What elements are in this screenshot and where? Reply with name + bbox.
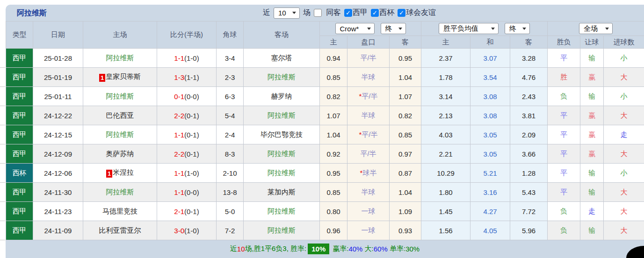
- result-handicap: 输: [580, 221, 604, 240]
- chevron-down-icon: [491, 28, 495, 30]
- result-handicap: 输: [580, 183, 604, 202]
- card-badge: 1: [99, 74, 105, 82]
- col-header-home: 主场: [83, 22, 157, 49]
- score: 3-0(1-0): [157, 221, 217, 240]
- odds-time-select[interactable]: 终: [381, 23, 406, 34]
- match-date: 25-01-11: [33, 87, 83, 106]
- handicap-line: 半球: [347, 106, 390, 125]
- col-header-corner: 角球: [217, 22, 244, 49]
- home-team: 阿拉维斯: [83, 183, 157, 202]
- result-handicap: 输: [580, 49, 604, 68]
- away-team: 阿拉维斯: [244, 106, 320, 125]
- result-handicap: 赢: [580, 144, 604, 164]
- match-date: 24-12-22: [33, 106, 83, 125]
- match-date: 25-01-28: [33, 49, 83, 68]
- copa-checkbox[interactable]: [371, 9, 379, 17]
- match-date: 24-11-09: [33, 221, 83, 240]
- match-date: 24-12-15: [33, 125, 83, 144]
- handicap-rate-value: 40%: [348, 245, 362, 253]
- friendly-checkbox[interactable]: [398, 9, 405, 17]
- summary-count: 10: [237, 245, 245, 253]
- corner-score: 2-4: [217, 125, 244, 144]
- avg-away: 1.28: [510, 164, 548, 183]
- league-badge: 西甲: [6, 87, 33, 106]
- avg-type-select[interactable]: 胜平负均值: [439, 23, 499, 34]
- score: 1-3(1-1): [157, 68, 217, 87]
- title-bar: 阿拉维斯 近 10 场 同客 西甲 西杯 球会友: [6, 5, 644, 21]
- summary-prefix: 近: [230, 244, 237, 253]
- table-row: 西甲24-12-09奥萨苏纳2-2(0-1)8-3阿拉维斯0.92平/半0.97…: [6, 144, 644, 164]
- summary-bar: 近10场,胜1平6负3, 胜率: 10% 赢率:40% 大:60% 单率:30%: [6, 240, 644, 258]
- odds-company-select[interactable]: Crow*: [335, 23, 375, 34]
- same-opponent-checkbox[interactable]: [314, 9, 322, 17]
- away-odds: 1.07: [390, 87, 421, 106]
- result-goals: 小: [604, 87, 644, 106]
- result-goals: 走: [604, 125, 644, 144]
- home-team: 比利亚雷亚尔: [83, 221, 157, 240]
- corner-score: 7-2: [217, 221, 244, 240]
- away-odds: 1.04: [390, 183, 421, 202]
- score: 1-1(0-0): [157, 183, 217, 202]
- away-team: 赫罗纳: [244, 87, 320, 106]
- league-badge: 西甲: [6, 68, 33, 87]
- result-wdl: 平: [548, 144, 580, 164]
- chevron-down-icon: [398, 28, 402, 30]
- avg-time-select[interactable]: 终: [505, 23, 530, 34]
- handicap-line: *平/半: [347, 125, 390, 144]
- corner-score: 3-4: [217, 49, 244, 68]
- result-handicap: 赢: [580, 106, 604, 125]
- win-rate-badge: 10%: [308, 244, 329, 254]
- match-date: 25-01-19: [33, 68, 83, 87]
- score: 2-2(0-1): [157, 144, 217, 164]
- result-goals: 大: [604, 202, 644, 221]
- away-team: 阿拉维斯: [244, 164, 320, 183]
- result-wdl: 负: [548, 202, 580, 221]
- avg-home: 2.37: [421, 49, 470, 68]
- away-team: 阿拉维斯: [244, 202, 320, 221]
- score: 0-1(0-0): [157, 87, 217, 106]
- handicap-line: 半球: [347, 183, 390, 202]
- same-opponent-label: 同客: [326, 8, 341, 18]
- sub-header-avg-away: 客: [510, 36, 548, 49]
- page: 阿拉维斯 近 10 场 同客 西甲 西杯 球会友: [0, 0, 644, 258]
- away-odds: 0.97: [390, 144, 421, 164]
- result-wdl: 平: [548, 106, 580, 125]
- sub-header-handicap: 盘口: [347, 36, 390, 49]
- corner-score: 13-8: [217, 183, 244, 202]
- home-odds: 0.85: [320, 183, 347, 202]
- scope-select[interactable]: 全场: [579, 23, 613, 34]
- league-badge: 西杯: [6, 164, 33, 183]
- result-wdl: 平: [548, 125, 580, 144]
- avg-away: 2.43: [510, 87, 548, 106]
- avg-home: 3.14: [421, 87, 470, 106]
- away-odds: 1.04: [390, 68, 421, 87]
- avg-draw: 3.16: [470, 183, 510, 202]
- result-wdl: 平: [548, 183, 580, 202]
- laliga-checkbox[interactable]: [344, 9, 352, 17]
- away-odds: 0.87: [390, 164, 421, 183]
- sub-header-handicap-result: 让球: [580, 36, 604, 49]
- avg-draw: 5.21: [470, 164, 510, 183]
- score: 2-1(0-1): [157, 202, 217, 221]
- home-odds: 0.80: [320, 202, 347, 221]
- col-header-date: 日期: [33, 22, 83, 49]
- avg-draw: 3.05: [470, 125, 510, 144]
- avg-home: 4.03: [421, 125, 470, 144]
- result-wdl: 负: [548, 221, 580, 240]
- sub-header-odds-away: 客: [390, 36, 421, 49]
- corner-score: 5-0: [217, 202, 244, 221]
- sub-header-avg-draw: 和: [470, 36, 510, 49]
- result-goals: 小: [604, 49, 644, 68]
- away-team: 塞尔塔: [244, 49, 320, 68]
- odds-group-header: Crow* 终: [320, 22, 421, 36]
- home-odds: 0.94: [320, 49, 347, 68]
- league-badge: 西甲: [6, 106, 33, 125]
- home-odds: 0.96: [320, 221, 347, 240]
- recent-count-select[interactable]: 10: [274, 7, 300, 19]
- home-team: 阿拉维斯: [83, 49, 157, 68]
- recent-label: 近: [263, 8, 270, 18]
- table-row: 西甲24-11-23马德里竞技2-1(0-1)5-0阿拉维斯0.80一球1.09…: [6, 202, 644, 221]
- score: 1-1(0-1): [157, 125, 217, 144]
- team-title: 阿拉维斯: [17, 8, 47, 18]
- away-team: 阿拉维斯: [244, 144, 320, 164]
